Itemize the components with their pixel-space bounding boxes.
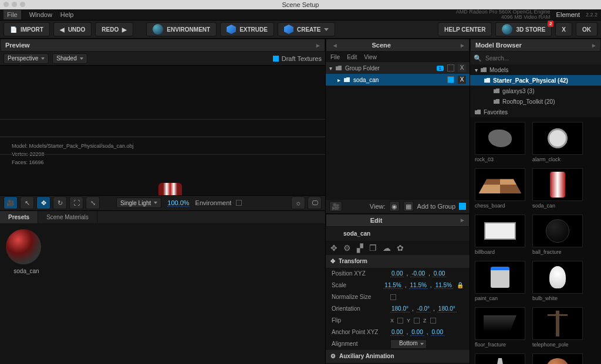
delete-item[interactable]: X [458, 76, 466, 84]
view-sphere[interactable]: ◉ [389, 201, 400, 212]
tree-galaxy[interactable]: galaxys3 (3) [470, 86, 601, 96]
app-name: Element [556, 11, 580, 18]
camera-tool[interactable]: 🎥 [4, 196, 18, 209]
camera-icon[interactable]: 🎥 [329, 201, 342, 212]
presets-tabs: Presets Scene Materials [0, 210, 325, 223]
thumb-paint-can[interactable]: paint_can [475, 261, 525, 301]
thumb-item[interactable] [532, 353, 583, 364]
alignment-dropdown[interactable]: Bottom [390, 339, 427, 349]
add-group-toggle[interactable] [459, 203, 466, 210]
redo-button[interactable]: REDO▶ [95, 22, 133, 36]
light-dropdown[interactable]: Single Light [116, 198, 161, 208]
scene-item-soda-can[interactable]: ▸ soda_can X [326, 74, 470, 86]
ok-button[interactable]: OK [576, 22, 597, 36]
menu-help[interactable]: Help [60, 11, 74, 18]
visibility-toggle[interactable] [447, 64, 454, 72]
tree-models[interactable]: ▾Models [470, 64, 601, 75]
anchor-label: Anchor Point XYZ [332, 329, 390, 335]
cube-icon [330, 230, 339, 238]
tree-favorites[interactable]: Favorites [470, 107, 601, 117]
search-input[interactable] [485, 55, 597, 62]
viewport-3d[interactable]: Model: Models/Starter_Pack_Physical/soda… [0, 66, 325, 195]
environment-toggle[interactable] [236, 200, 242, 206]
extrude-button[interactable]: EXTRUDE [220, 22, 274, 36]
scene-menu-edit[interactable]: Edit [347, 54, 357, 60]
view-label: View: [370, 203, 386, 210]
thumb-soda-can[interactable]: soda_can [532, 168, 583, 209]
thumb-bulb-white[interactable]: bulb_white [532, 261, 583, 301]
brightness-button[interactable]: ☼ [291, 196, 305, 209]
menubar: File Window Help AMD Radeon Pro 560X Ope… [0, 9, 601, 20]
orientation-label: Orientation [332, 305, 390, 312]
tree-starter-pack[interactable]: Starter_Pack_Physical (42) [470, 75, 601, 86]
model-thumbnails: rock_03 alarm_clock chess_board soda_can… [470, 117, 601, 364]
move-icon[interactable]: ✥ [330, 243, 337, 253]
thumb-alarm-clock[interactable]: alarm_clock [532, 122, 583, 162]
thumb-billboard[interactable]: billboard [475, 215, 525, 255]
checker-icon[interactable]: ▞ [357, 243, 363, 253]
search-icon: 🔍 [474, 55, 482, 62]
thumb-chess-board[interactable]: chess_board [475, 168, 525, 209]
thumb-telephone-pole[interactable]: telephone_pole [532, 307, 583, 348]
aux-header[interactable]: ⚙Auxiliary Animation [326, 350, 470, 363]
select-tool[interactable]: ↖ [20, 196, 34, 209]
gear-icon[interactable]: ⚙ [343, 243, 351, 253]
light-percent[interactable]: 100.0% [167, 199, 189, 207]
window-controls[interactable] [4, 2, 25, 7]
tab-scene-materials[interactable]: Scene Materials [38, 211, 97, 223]
flip-x[interactable] [397, 318, 403, 324]
scale-label: Scale [332, 282, 383, 288]
undo-button[interactable]: ◀UNDO [53, 22, 92, 36]
normalize-toggle[interactable] [390, 294, 396, 300]
tree-rooftop[interactable]: Rooftop_Toolkit (20) [470, 96, 601, 107]
help-center-button[interactable]: HELP CENTER [438, 22, 492, 36]
material-thumb[interactable]: soda_can [6, 229, 47, 274]
environment-button[interactable]: ENVIRONMENT [146, 22, 217, 36]
model-soda-can[interactable] [158, 183, 182, 195]
thumb-floor-fracture[interactable]: floor_fracture [475, 307, 525, 348]
tab-presets[interactable]: Presets [0, 211, 38, 223]
add-to-group-button[interactable]: Add to Group [417, 203, 455, 210]
shade-mode-dropdown[interactable]: Shaded [52, 53, 87, 64]
scale-values[interactable]: 11.5%,11.5%,11.5% [383, 282, 453, 289]
scene-header: ◂Scene▸ [326, 39, 470, 52]
draft-textures-toggle[interactable] [273, 56, 279, 62]
draft-textures-label: Draft Textures [282, 55, 322, 62]
flip-y[interactable] [414, 318, 420, 324]
menu-window[interactable]: Window [29, 11, 52, 18]
scene-menu-view[interactable]: View [364, 54, 377, 60]
anchor-tool[interactable]: ⤡ [86, 196, 100, 209]
scale-tool[interactable]: ⛶ [69, 196, 83, 209]
transform-header[interactable]: ✥Transform [326, 255, 470, 268]
gear2-icon[interactable]: ✿ [397, 243, 404, 253]
orientation-values[interactable]: 180.0°,-0.0°,180.0° [390, 305, 457, 312]
scene-menu-file[interactable]: File [330, 54, 340, 60]
menu-file[interactable]: File [4, 10, 21, 19]
lock-icon[interactable]: 🔒 [457, 282, 464, 288]
copy-icon[interactable]: ❐ [369, 243, 377, 253]
group-folder-row[interactable]: ▾ Group Folder 1 X [326, 62, 470, 74]
folder-icon [336, 66, 342, 70]
close-button[interactable]: X [555, 22, 572, 36]
3d-store-button[interactable]: 3D STORE2 [495, 22, 552, 36]
create-button[interactable]: CREATE [278, 22, 335, 36]
scene-view-bar: 🎥 View: ◉ ▦ Add to Group [326, 200, 470, 214]
anchor-values[interactable]: 0.00,0.00,0.00 [390, 329, 444, 336]
thumb-ball-fracture[interactable]: ball_fracture [532, 215, 583, 255]
flip-z[interactable] [430, 318, 436, 324]
move-tool[interactable]: ✥ [36, 196, 50, 209]
preview-header: Preview▸ [0, 39, 325, 52]
position-values[interactable]: 0.00,-0.00,0.00 [390, 270, 446, 277]
import-button[interactable]: 📄IMPORT [4, 22, 50, 36]
thumb-rock[interactable]: rock_03 [475, 122, 525, 162]
cloud-icon[interactable]: ☁ [383, 243, 391, 253]
rotate-tool[interactable]: ↻ [53, 196, 67, 209]
chevron-right-icon[interactable]: ▸ [316, 42, 320, 49]
thumb-item[interactable] [475, 353, 525, 364]
visibility-toggle[interactable] [447, 76, 454, 83]
view-mode-dropdown[interactable]: Perspective [4, 53, 49, 64]
material-label: soda_can [6, 268, 47, 274]
view-grid[interactable]: ▦ [403, 201, 414, 212]
delete-group[interactable]: X [458, 64, 466, 72]
display-button[interactable]: 🖵 [308, 196, 322, 209]
